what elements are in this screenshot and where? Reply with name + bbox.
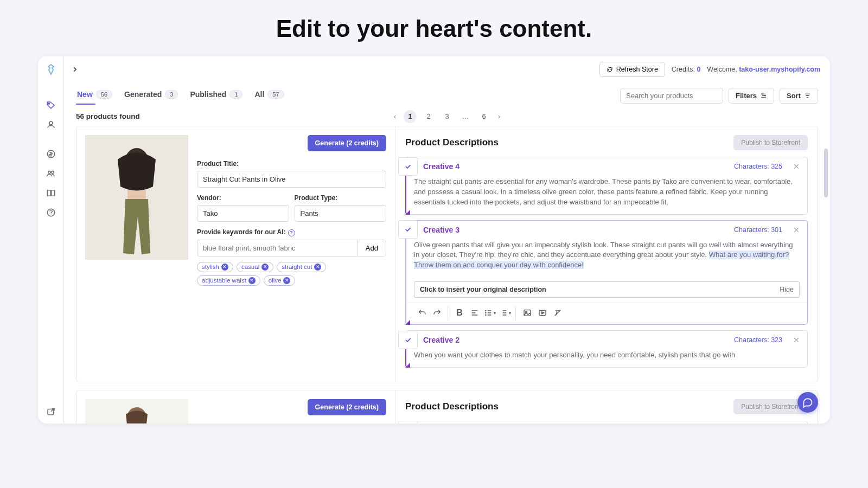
pagination: ‹ 1 2 3 … 6 › <box>392 110 503 123</box>
tag: casual✕ <box>237 262 273 272</box>
page-next[interactable]: › <box>496 112 502 120</box>
remove-tag-icon[interactable]: ✕ <box>221 264 228 271</box>
tab-all[interactable]: All57 <box>253 87 285 104</box>
delete-creative-icon[interactable]: ✕ <box>793 336 800 344</box>
svg-point-11 <box>486 310 486 311</box>
char-count: Characters: 325 <box>734 163 782 170</box>
publish-button: Publish to Storefront <box>733 399 808 414</box>
compose-icon[interactable] <box>46 406 56 417</box>
main-content: Refresh Store Credits: 0 Welcome, tako-u… <box>64 56 830 423</box>
store-link[interactable]: tako-user.myshopify.com <box>739 66 820 73</box>
refresh-store-button[interactable]: Refresh Store <box>599 62 665 77</box>
type-label: Product Type: <box>295 194 387 202</box>
product-card: Generate (2 credits) Product Title: Vend… <box>76 126 818 382</box>
creative-text[interactable]: Olive green pants that will give you an … <box>406 239 807 278</box>
remove-tag-icon[interactable]: ✕ <box>283 277 290 284</box>
remove-tag-icon[interactable]: ✕ <box>261 264 269 271</box>
credits-display: Credits: 0 <box>672 66 701 73</box>
tab-new[interactable]: New56 <box>76 87 113 104</box>
vendor-input[interactable] <box>197 205 289 222</box>
remove-tag-icon[interactable]: ✕ <box>248 277 256 284</box>
book-icon[interactable] <box>46 188 56 198</box>
remove-tag-icon[interactable]: ✕ <box>314 264 321 271</box>
descriptions-heading: Product Descriptions <box>405 401 499 412</box>
select-creative-button[interactable] <box>398 157 418 176</box>
tag: straight cut✕ <box>277 262 326 272</box>
refresh-icon <box>607 66 613 73</box>
svg-point-4 <box>51 171 54 174</box>
generate-button[interactable]: Generate (2 credits) <box>308 135 386 151</box>
app-logo[interactable] <box>44 63 58 76</box>
svg-point-0 <box>48 103 49 104</box>
creative-block: Creative 4 Characters: 325 ✕ The straigh… <box>405 157 808 215</box>
tab-published[interactable]: Published1 <box>189 87 244 104</box>
svg-point-12 <box>486 312 486 313</box>
coin-icon[interactable] <box>46 149 56 159</box>
video-icon[interactable] <box>535 306 550 320</box>
topbar: Refresh Store Credits: 0 Welcome, tako-u… <box>64 56 830 82</box>
vendor-label: Vendor: <box>197 194 289 202</box>
creative-block: Creative 3 Characters: 301 ✕ Olive green… <box>405 220 808 325</box>
sort-button[interactable]: Sort <box>780 88 818 104</box>
filters-button[interactable]: Filters <box>729 88 774 104</box>
redo-icon[interactable] <box>430 306 444 320</box>
page-3[interactable]: 3 <box>441 110 454 123</box>
app-window: Refresh Store Credits: 0 Welcome, tako-u… <box>38 56 830 423</box>
sidebar <box>38 56 64 423</box>
bullet-list-icon[interactable]: ▾ <box>483 306 497 320</box>
page-1[interactable]: 1 <box>404 110 417 123</box>
creative-text[interactable]: When you want your clothes to match your… <box>406 349 807 367</box>
products-list: Generate (2 credits) Product Title: Vend… <box>64 126 830 423</box>
insert-original-bar[interactable]: Click to insert your original descriptio… <box>414 281 800 298</box>
chevron-right-icon[interactable] <box>69 64 80 75</box>
type-input[interactable] <box>295 205 387 222</box>
descriptions-heading: Product Descriptions <box>405 137 499 148</box>
tag-icon[interactable] <box>46 100 56 111</box>
help-tooltip-icon[interactable]: ? <box>288 229 295 236</box>
select-creative-button[interactable] <box>398 421 418 423</box>
creative-text[interactable]: The straight cut pants are essential for… <box>406 176 807 214</box>
editor-toolbar: B ▾ ▾ <box>406 302 807 324</box>
help-icon[interactable] <box>46 207 56 218</box>
creative-title: Creative 2 <box>423 331 459 349</box>
select-creative-button[interactable] <box>398 220 418 239</box>
search-input[interactable] <box>620 88 723 104</box>
users-icon[interactable] <box>46 168 56 179</box>
creative-block: Your Original Description Characters: 18… <box>405 421 808 423</box>
product-title-label: Product Title: <box>197 160 386 168</box>
add-keyword-button[interactable]: Add <box>358 240 386 256</box>
product-image <box>85 399 188 423</box>
hero-title: Edit to your heart's content. <box>0 0 868 56</box>
select-creative-button[interactable] <box>398 331 418 349</box>
creative-title: Creative 3 <box>423 221 459 239</box>
page-ellipsis: … <box>459 110 472 123</box>
page-prev[interactable]: ‹ <box>392 112 398 120</box>
creative-block: Creative 2 Characters: 323 ✕ When you wa… <box>405 330 808 368</box>
creative-title: Your Original Description <box>423 421 515 423</box>
sliders-icon <box>760 92 767 99</box>
image-icon[interactable] <box>520 306 534 320</box>
clear-format-icon[interactable] <box>551 306 565 320</box>
tag: olive✕ <box>264 275 296 286</box>
keywords-label: Provide keywords for our AI:? <box>197 228 386 236</box>
bold-icon[interactable]: B <box>452 306 467 320</box>
user-icon[interactable] <box>46 119 56 130</box>
page-6[interactable]: 6 <box>477 110 490 123</box>
delete-creative-icon[interactable]: ✕ <box>793 162 800 171</box>
hide-button[interactable]: Hide <box>780 286 794 293</box>
publish-button: Publish to Storefront <box>733 135 808 150</box>
delete-creative-icon[interactable]: ✕ <box>793 226 800 234</box>
svg-point-3 <box>48 171 50 174</box>
align-icon[interactable] <box>468 306 482 320</box>
keywords-input[interactable] <box>197 240 358 256</box>
numbered-list-icon[interactable]: ▾ <box>498 306 512 320</box>
chat-fab[interactable] <box>797 392 818 413</box>
undo-icon[interactable] <box>415 306 429 320</box>
page-2[interactable]: 2 <box>422 110 435 123</box>
products-found-label: 56 products found <box>76 112 140 120</box>
product-title-input[interactable] <box>197 171 386 188</box>
tab-generated[interactable]: Generated3 <box>123 87 179 104</box>
generate-button[interactable]: Generate (2 credits) <box>308 399 386 415</box>
char-count: Characters: 323 <box>734 336 782 344</box>
scrollbar-thumb[interactable] <box>824 149 828 197</box>
